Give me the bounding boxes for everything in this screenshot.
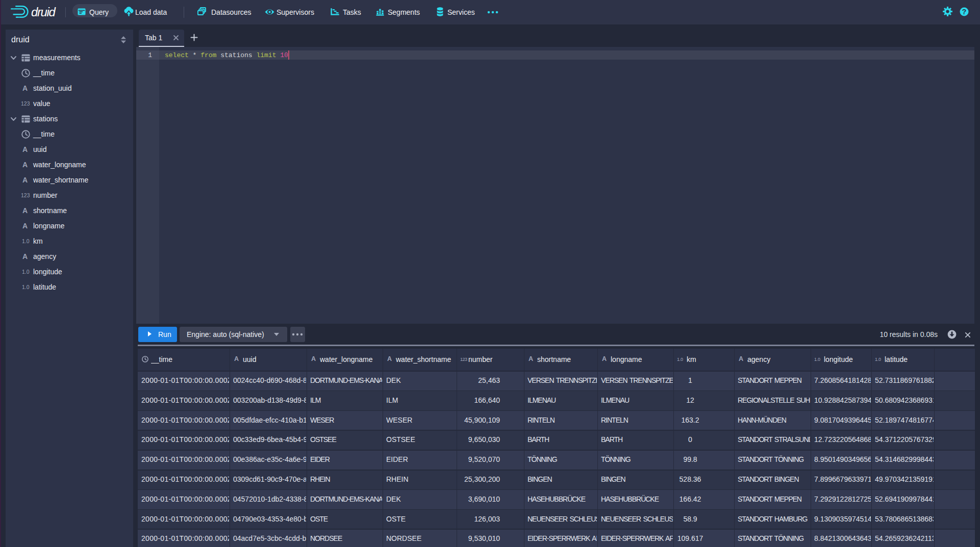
- svg-text:?: ?: [962, 8, 967, 16]
